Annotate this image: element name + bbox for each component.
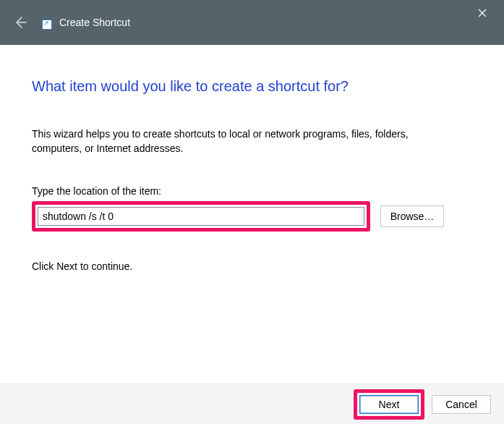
page-description: This wizard helps you to create shortcut… <box>32 127 437 156</box>
titlebar: Create Shortcut <box>0 0 504 45</box>
window-title: Create Shortcut <box>59 17 130 28</box>
back-arrow-icon <box>13 15 27 30</box>
page-heading: What item would you like to create a sho… <box>32 78 472 95</box>
continue-text: Click Next to continue. <box>32 260 472 272</box>
shortcut-icon <box>42 20 52 30</box>
next-button[interactable]: Next <box>359 395 419 414</box>
location-highlight <box>32 201 370 232</box>
close-button[interactable] <box>468 3 497 23</box>
close-icon <box>478 9 487 17</box>
location-label: Type the location of the item: <box>32 185 472 197</box>
location-row: Browse… <box>32 201 472 232</box>
wizard-footer: Next Cancel <box>0 383 504 424</box>
next-highlight: Next <box>354 389 424 420</box>
cancel-button[interactable]: Cancel <box>432 395 491 414</box>
back-button[interactable] <box>10 12 30 33</box>
wizard-content: What item would you like to create a sho… <box>0 45 504 272</box>
location-input[interactable] <box>38 207 364 226</box>
browse-button[interactable]: Browse… <box>380 205 444 227</box>
